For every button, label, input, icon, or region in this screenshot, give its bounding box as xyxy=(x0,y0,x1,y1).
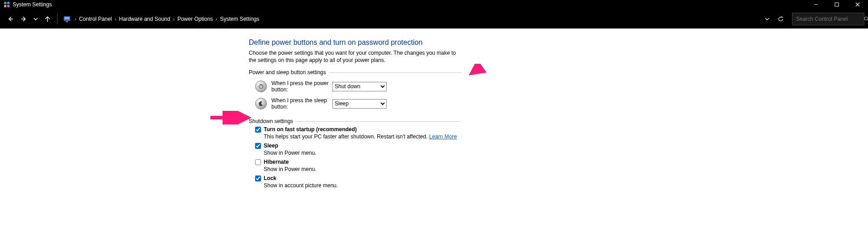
svg-rect-0 xyxy=(4,2,6,4)
chevron-right-icon[interactable]: › xyxy=(173,16,175,22)
search-box[interactable] xyxy=(792,13,864,25)
app-icon xyxy=(4,1,10,8)
page-description: Choose the power settings that you want … xyxy=(249,49,461,64)
window-title: System Settings xyxy=(13,1,52,8)
close-button[interactable] xyxy=(847,0,868,9)
forward-button[interactable] xyxy=(17,12,31,26)
hibernate-checkbox[interactable] xyxy=(255,159,261,165)
content-area: Define power buttons and turn on passwor… xyxy=(0,28,868,191)
toolbar-divider xyxy=(57,14,57,24)
chevron-right-icon[interactable]: › xyxy=(216,16,218,22)
lock-sub: Show in account picture menu. xyxy=(264,182,461,189)
sleep-button-action-select[interactable]: Sleep xyxy=(332,99,387,109)
fast-startup-checkbox[interactable] xyxy=(255,127,261,133)
breadcrumb-hardware-sound[interactable]: Hardware and Sound xyxy=(119,16,170,22)
minimize-button[interactable] xyxy=(806,0,826,9)
fast-startup-item: Turn on fast startup (recommended) This … xyxy=(255,126,461,140)
sleep-title: Sleep xyxy=(264,142,278,149)
search-icon[interactable] xyxy=(864,16,868,22)
shutdown-settings-legend: Shutdown settings xyxy=(249,118,296,124)
power-sleep-button-group: Power and sleep button settings When I p… xyxy=(249,69,461,114)
sleep-checkbox[interactable] xyxy=(255,143,261,149)
recent-locations-button[interactable] xyxy=(31,12,41,26)
power-button-row: When I press the power button: Shut down xyxy=(255,80,461,93)
breadcrumb-power-options[interactable]: Power Options xyxy=(177,16,213,22)
control-panel-icon xyxy=(63,15,71,23)
annotation-arrow-right xyxy=(468,64,486,77)
svg-rect-5 xyxy=(835,3,839,6)
sleep-button-label: When I press the sleep button: xyxy=(271,97,332,110)
refresh-button[interactable] xyxy=(774,12,787,26)
hibernate-item: Hibernate Show in Power menu. xyxy=(255,159,461,172)
lock-item: Lock Show in account picture menu. xyxy=(255,175,461,189)
address-dropdown-button[interactable] xyxy=(760,12,774,26)
annotation-arrow-left xyxy=(208,111,253,124)
fast-startup-sub: This helps start your PC faster after sh… xyxy=(264,133,429,140)
breadcrumb-system-settings[interactable]: System Settings xyxy=(220,16,260,22)
lock-title: Lock xyxy=(264,175,276,181)
power-button-action-select[interactable]: Shut down xyxy=(332,82,387,91)
up-button[interactable] xyxy=(41,12,54,26)
svg-rect-2 xyxy=(4,5,6,7)
breadcrumb[interactable]: › Control Panel › Hardware and Sound › P… xyxy=(60,13,760,25)
svg-rect-3 xyxy=(7,5,9,7)
power-sleep-legend: Power and sleep button settings xyxy=(249,69,329,76)
sleep-sub: Show in Power menu. xyxy=(264,150,461,156)
fast-startup-title: Turn on fast startup (recommended) xyxy=(264,126,357,133)
maximize-button[interactable] xyxy=(826,0,847,9)
svg-rect-1 xyxy=(7,2,9,4)
chevron-right-icon[interactable]: › xyxy=(114,16,116,22)
back-button[interactable] xyxy=(4,12,17,26)
breadcrumb-root[interactable]: Control Panel xyxy=(79,16,112,22)
learn-more-link[interactable]: Learn More xyxy=(429,133,457,140)
lock-checkbox[interactable] xyxy=(255,176,261,181)
hibernate-sub: Show in Power menu. xyxy=(264,166,461,172)
svg-rect-12 xyxy=(65,17,69,19)
sleep-button-row: When I press the sleep button: Sleep xyxy=(255,97,461,110)
power-icon xyxy=(255,81,267,92)
navigation-toolbar: › Control Panel › Hardware and Sound › P… xyxy=(0,9,868,28)
power-button-label: When I press the power button: xyxy=(271,80,332,93)
sleep-icon xyxy=(255,98,267,109)
hibernate-title: Hibernate xyxy=(264,159,289,165)
sleep-item: Sleep Show in Power menu. xyxy=(255,142,461,156)
svg-point-14 xyxy=(865,17,868,20)
shutdown-settings-group: Shutdown settings Turn on fast startup (… xyxy=(249,118,461,191)
page-heading: Define power buttons and turn on passwor… xyxy=(249,38,461,47)
svg-line-19 xyxy=(471,66,482,74)
titlebar: System Settings xyxy=(0,0,868,9)
chevron-right-icon[interactable]: › xyxy=(75,16,76,22)
search-input[interactable] xyxy=(796,16,864,22)
svg-rect-13 xyxy=(66,21,68,22)
